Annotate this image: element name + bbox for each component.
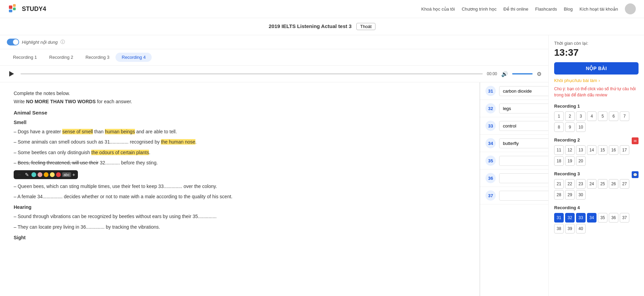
num-10[interactable]: 10: [576, 122, 586, 132]
header: STUDY4 Khoá học của tôi Chương trình học…: [0, 0, 644, 18]
num-24[interactable]: 24: [587, 179, 597, 189]
num-17[interactable]: 17: [620, 145, 629, 155]
answer-row-32: 32: [480, 100, 548, 117]
num-28[interactable]: 28: [554, 190, 564, 200]
num-36[interactable]: 36: [609, 213, 618, 223]
svg-rect-1: [13, 4, 16, 7]
answer-row-33: 33: [480, 117, 548, 135]
answer-input-37[interactable]: [499, 191, 548, 201]
nav-flashcards[interactable]: Flashcards: [535, 6, 557, 12]
answer-input-32[interactable]: [499, 104, 548, 113]
num-20[interactable]: 20: [576, 156, 586, 166]
toolbar-scissors-icon[interactable]: ✂: [16, 172, 23, 178]
recover-link[interactable]: Khôi phục/lưu bài làm ›: [554, 78, 639, 83]
nav-blog[interactable]: Blog: [564, 6, 573, 12]
highlight-odours: the odours of certain plants: [91, 150, 149, 155]
num-4[interactable]: 4: [587, 111, 597, 121]
num-21[interactable]: 21: [554, 179, 564, 189]
num-38[interactable]: 38: [554, 224, 564, 233]
progress-bar[interactable]: [20, 73, 483, 75]
num-3[interactable]: 3: [576, 111, 586, 121]
num-39[interactable]: 39: [565, 224, 575, 233]
num-30[interactable]: 30: [576, 190, 586, 200]
volume-slider[interactable]: [512, 73, 533, 75]
nav-activate[interactable]: Kích hoạt tài khoản: [579, 6, 618, 12]
submit-button[interactable]: NỘP BÀI: [554, 62, 639, 75]
answer-input-31[interactable]: [499, 86, 548, 96]
num-40[interactable]: 40: [576, 224, 586, 233]
content-area: Highlight nội dung ⓘ Recording 1 Recordi…: [0, 35, 548, 296]
num-18[interactable]: 18: [554, 156, 564, 166]
highlight-toggle[interactable]: [7, 39, 19, 45]
nav-courses[interactable]: Khoá học của tôi: [421, 6, 455, 12]
num-37[interactable]: 37: [620, 213, 629, 223]
exit-button[interactable]: Thoát: [356, 23, 375, 30]
num-29[interactable]: 29: [565, 190, 575, 200]
num-6[interactable]: 6: [609, 111, 618, 121]
title-bar: 2019 IELTS Listening Actual test 3 Thoát: [0, 18, 644, 35]
tab-recording-4[interactable]: Recording 4: [115, 53, 152, 62]
settings-icon[interactable]: ⚙: [537, 71, 542, 77]
nav-program[interactable]: Chương trình học: [462, 6, 496, 12]
num-33[interactable]: 33: [576, 213, 586, 223]
tab-recording-2[interactable]: Recording 2: [43, 53, 79, 62]
recording3-grid: 21 22 23 24 25 26 27 28 29 30: [554, 179, 639, 200]
subsection-sight-title: Sight: [14, 235, 466, 240]
num-8[interactable]: 8: [554, 122, 564, 132]
num-16[interactable]: 16: [609, 145, 618, 155]
volume-icon[interactable]: 🔊: [501, 71, 508, 77]
toolbar-color-yellow[interactable]: [50, 172, 55, 177]
tab-recording-1[interactable]: Recording 1: [7, 53, 43, 62]
toolbar-plus-icon[interactable]: +: [72, 172, 75, 177]
num-25[interactable]: 25: [598, 179, 607, 189]
info-icon: ⓘ: [60, 39, 65, 45]
avatar[interactable]: [625, 3, 636, 14]
num-19[interactable]: 19: [565, 156, 575, 166]
num-13[interactable]: 13: [576, 145, 586, 155]
toolbar-abc-button[interactable]: abc: [62, 172, 71, 177]
num-11[interactable]: 11: [554, 145, 564, 155]
toolbar-color-red[interactable]: [56, 172, 61, 177]
question-number-37: 37: [485, 190, 496, 201]
num-5[interactable]: 5: [598, 111, 607, 121]
test-title: 2019 IELTS Listening Actual test 3: [269, 23, 352, 29]
tab-recording-3[interactable]: Recording 3: [79, 53, 115, 62]
note-text: Chú ý: bạn có thể click vào số thứ tự câ…: [554, 86, 639, 98]
svg-rect-2: [13, 8, 16, 10]
num-23[interactable]: 23: [576, 179, 586, 189]
answer-row-36: 36: [480, 170, 548, 187]
subsection-smell-title: Smell: [14, 120, 466, 125]
num-15[interactable]: 15: [598, 145, 607, 155]
instruction-bold: NO MORE THAN TWO WORDS: [26, 99, 96, 104]
sidebar-recording3-title: Recording 3: [554, 171, 639, 176]
num-1[interactable]: 1: [554, 111, 564, 121]
toolbar-color-orange[interactable]: [44, 172, 49, 177]
toolbar-color-pink[interactable]: [38, 172, 42, 177]
num-26[interactable]: 26: [609, 179, 618, 189]
num-22[interactable]: 22: [565, 179, 575, 189]
sidebar-recording4-title: Recording 4: [554, 205, 639, 210]
nav-exam[interactable]: Đề thi online: [504, 6, 529, 12]
num-35[interactable]: 35: [598, 213, 607, 223]
num-32[interactable]: 32: [565, 213, 575, 223]
toolbar-pen-icon[interactable]: ✎: [24, 172, 30, 178]
num-27[interactable]: 27: [620, 179, 629, 189]
logo-text: STUDY4: [22, 5, 46, 13]
highlight-label: Highlight nội dung: [22, 40, 58, 45]
num-2[interactable]: 2: [565, 111, 575, 121]
num-7[interactable]: 7: [620, 111, 629, 121]
question-content: Complete the notes below. Write NO MORE …: [0, 82, 480, 251]
answer-input-34[interactable]: [499, 138, 548, 148]
num-9[interactable]: 9: [565, 122, 575, 132]
answer-input-36[interactable]: [499, 173, 548, 183]
play-button[interactable]: [7, 69, 16, 79]
answer-row-35: 35: [480, 152, 548, 170]
num-34[interactable]: 34: [587, 213, 597, 223]
num-12[interactable]: 12: [565, 145, 575, 155]
question-number-31: 31: [485, 86, 496, 96]
num-14[interactable]: 14: [587, 145, 597, 155]
toolbar-color-teal[interactable]: [31, 172, 36, 177]
answer-input-33[interactable]: [499, 121, 548, 131]
num-31[interactable]: 31: [554, 213, 564, 223]
answer-input-35[interactable]: [499, 156, 548, 166]
